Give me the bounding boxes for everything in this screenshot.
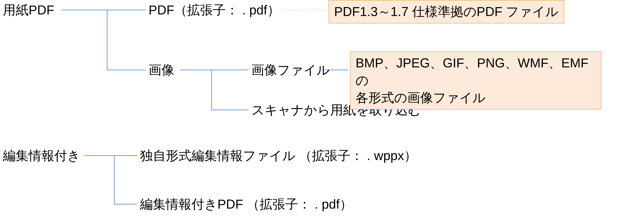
node-edit-pdf: 編集情報付きPDF （拡張子： . pdf） <box>140 196 352 213</box>
callout-image-formats: BMP、JPEG、GIF、PNG、WMF、EMF の 各形式の画像ファイル <box>350 51 602 110</box>
node-image: 画像 <box>148 61 174 79</box>
node-pdf-ext: PDF（拡張子： . pdf） <box>148 1 280 19</box>
node-root-edit-info: 編集情報付き <box>3 147 80 165</box>
node-wppx: 独自形式編集情報ファイル （拡張子： . wppx） <box>140 147 417 165</box>
diagram-canvas: 用紙PDF 編集情報付き PDF（拡張子： . pdf） 画像 画像ファイル ス… <box>0 0 644 217</box>
callout-pdf-spec: PDF1.3～1.7 仕様準拠のPDF ファイル <box>328 0 564 23</box>
node-image-file: 画像ファイル <box>252 61 330 79</box>
node-root-paper-pdf: 用紙PDF <box>3 1 54 19</box>
